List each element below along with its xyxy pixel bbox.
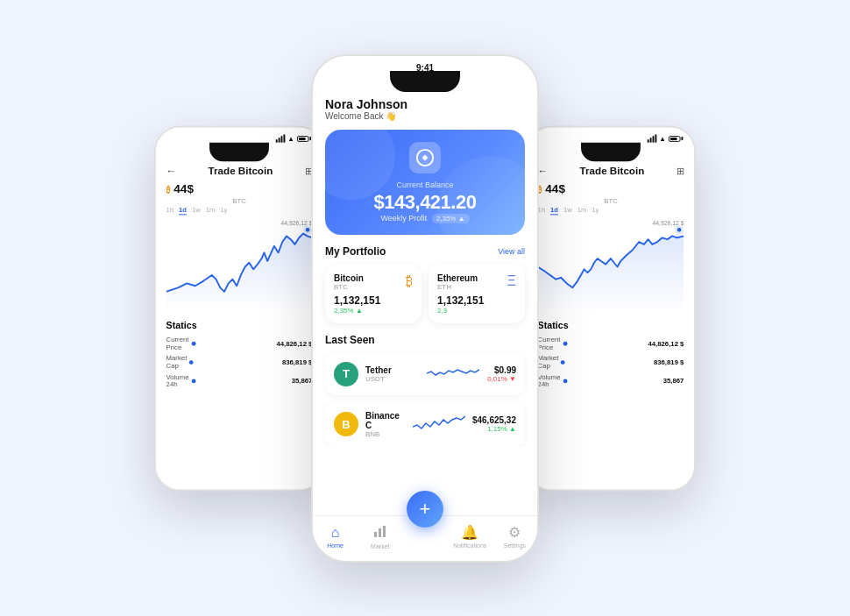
eth-card-header: Ethereum ETH Ξ xyxy=(437,273,516,291)
right-stat-mcap: MarketCap 836,819 $ xyxy=(538,354,684,369)
nav-settings[interactable]: ⚙ Settings xyxy=(492,524,537,549)
eth-change: 2,3 xyxy=(437,307,516,315)
portfolio-view-all[interactable]: View all xyxy=(498,247,525,256)
left-stat-price: CurrentPrice 44,826,12 $ xyxy=(166,336,313,350)
right-content: ← Trade Bitcoin ⊞ ₿ 44$ BTC 1h 1d 1w 1m … xyxy=(528,165,694,388)
left-status-icons: ▲ xyxy=(276,134,309,143)
right-chart-svg xyxy=(538,220,684,314)
left-chart-area: 44,926,12 $ xyxy=(166,220,313,314)
tether-price: $0.99 xyxy=(487,365,516,375)
right-grid-icon[interactable]: ⊞ xyxy=(676,165,684,176)
right-tab-1w[interactable]: 1w xyxy=(563,206,572,215)
nav-home[interactable]: ⌂ Home xyxy=(313,525,358,549)
right-stat-value-vol: 35,867 xyxy=(663,377,684,385)
stat-label-price-left: CurrentPrice xyxy=(166,336,196,350)
btc-icon: ₿ xyxy=(406,273,413,289)
wifi-icon: ▲ xyxy=(287,134,294,142)
card-icon xyxy=(409,142,441,173)
settings-label: Settings xyxy=(504,542,526,549)
tab-1m-left[interactable]: 1m xyxy=(206,206,216,215)
bnb-change: 1,15% ▲ xyxy=(472,425,516,433)
btc-price-left: 44$ xyxy=(174,181,194,195)
right-stat-label-vol: Volume24h xyxy=(538,372,568,387)
tab-1d-left[interactable]: 1d xyxy=(179,206,187,215)
left-phone: ▲ ← Trade Bitcoin ⊞ ₿ 44$ BTC 1h 1d 1w xyxy=(154,125,324,491)
last-seen-list: T Tether USDT $0.99 0,01% ▼ xyxy=(325,353,525,447)
left-title: Trade Bitcoin xyxy=(209,165,273,177)
tether-price-info: $0.99 0,01% ▼ xyxy=(487,365,516,383)
eth-icon: Ξ xyxy=(507,273,516,289)
tab-1w-left[interactable]: 1w xyxy=(192,206,201,215)
last-seen-title: Last Seen xyxy=(325,334,375,346)
nav-market[interactable]: Market xyxy=(358,524,402,549)
tether-name: Tether xyxy=(365,365,420,375)
stat-value-vol-left: 35,867 xyxy=(292,377,313,385)
right-stat-label-mcap: MarketCap xyxy=(538,354,565,369)
left-stat-vol: Volume24h 35,867 xyxy=(166,372,313,387)
right-back-button[interactable]: ← xyxy=(538,165,549,177)
right-phone: ▲ ← Trade Bitcoin ⊞ ₿ 44$ BTC 1h 1d 1w 1… xyxy=(526,125,696,491)
left-btc-price-row: ₿ 44$ xyxy=(166,181,313,195)
tether-info: Tether USDT xyxy=(365,365,420,383)
bnb-item[interactable]: B Binance C BNB $46,625,32 1,15% ▲ xyxy=(325,402,525,447)
right-stat-dot-price xyxy=(563,341,567,345)
right-time-tabs: 1h 1d 1w 1m 1y xyxy=(538,206,684,215)
right-btc-label: BTC xyxy=(538,196,684,204)
eth-amount: 1,132,151 xyxy=(437,294,516,307)
balance-label: Current Balance xyxy=(337,181,513,189)
right-battery-icon xyxy=(669,135,681,141)
tether-change: 0,01% ▼ xyxy=(487,375,516,383)
left-chart-dot xyxy=(305,226,311,232)
stat-dot-vol-left xyxy=(191,379,195,383)
right-stat-price: CurrentPrice 44,826,12 $ xyxy=(538,336,684,350)
market-label: Market xyxy=(371,543,389,549)
profit-badge: 2,35% ▲ xyxy=(432,214,470,223)
bnb-info: Binance C BNB xyxy=(365,411,406,438)
left-header: ← Trade Bitcoin ⊞ xyxy=(166,165,313,177)
left-content: ← Trade Bitcoin ⊞ ₿ 44$ BTC 1h 1d 1w 1m … xyxy=(156,165,322,388)
right-header: ← Trade Bitcoin ⊞ xyxy=(538,165,684,177)
back-button[interactable]: ← xyxy=(166,165,177,177)
eth-ticker: ETH xyxy=(437,283,478,291)
tether-mini-chart xyxy=(427,363,481,386)
right-btc-price-row: ₿ 44$ xyxy=(538,181,684,195)
tether-item[interactable]: T Tether USDT $0.99 0,01% ▼ xyxy=(325,353,525,395)
tab-1h-left[interactable]: 1h xyxy=(166,206,174,215)
tether-ticker: USDT xyxy=(365,375,420,383)
bnb-price-info: $46,625,32 1,15% ▲ xyxy=(472,415,516,433)
market-icon xyxy=(373,524,387,542)
nav-notifications[interactable]: 🔔 Notifications xyxy=(448,524,492,549)
left-notch xyxy=(209,142,269,160)
left-stat-mcap: MarketCap 836,819 $ xyxy=(166,354,313,369)
eth-portfolio-card[interactable]: Ethereum ETH Ξ 1,132,151 2,3 xyxy=(429,265,525,323)
svg-rect-3 xyxy=(379,528,381,537)
right-wifi-icon: ▲ xyxy=(659,134,666,142)
bnb-logo: B xyxy=(334,412,358,436)
center-phone: 9:41 Nora Johnson Welcome Back 👋 Current… xyxy=(311,54,539,563)
stat-value-price-left: 44,826,12 $ xyxy=(276,339,312,347)
right-stat-value-price: 44,826,12 $ xyxy=(648,339,684,347)
right-chart-area: 44,926,12 $ xyxy=(538,220,684,314)
right-statics-title: Statics xyxy=(538,320,684,330)
right-stat-dot-mcap xyxy=(561,359,565,364)
right-tab-1d[interactable]: 1d xyxy=(550,206,558,215)
right-signal-icon xyxy=(648,134,657,143)
btc-portfolio-card[interactable]: Bitcoin BTC ₿ 1,132,151 2,35% ▲ xyxy=(325,265,421,323)
right-tab-1y[interactable]: 1y xyxy=(591,206,599,215)
btc-symbol-left: ₿ xyxy=(166,185,171,195)
fab-button[interactable]: + xyxy=(407,491,443,527)
stat-dot-price-left xyxy=(191,341,195,345)
right-status-icons: ▲ xyxy=(648,134,681,143)
left-time-tabs: 1h 1d 1w 1m 1y xyxy=(166,206,313,215)
right-tab-1m[interactable]: 1m xyxy=(577,206,587,215)
crypto-icon xyxy=(415,148,435,167)
battery-icon xyxy=(297,135,309,141)
user-name: Nora Johnson xyxy=(325,97,525,111)
left-statics-title: Statics xyxy=(166,320,313,330)
bell-icon: 🔔 xyxy=(461,524,478,541)
right-stat-vol: Volume24h 35,867 xyxy=(538,372,684,387)
stat-value-mcap-left: 836,819 $ xyxy=(282,358,313,365)
tab-1y-left[interactable]: 1y xyxy=(220,206,227,215)
settings-icon: ⚙ xyxy=(508,524,521,541)
last-seen-header: Last Seen xyxy=(325,334,525,346)
